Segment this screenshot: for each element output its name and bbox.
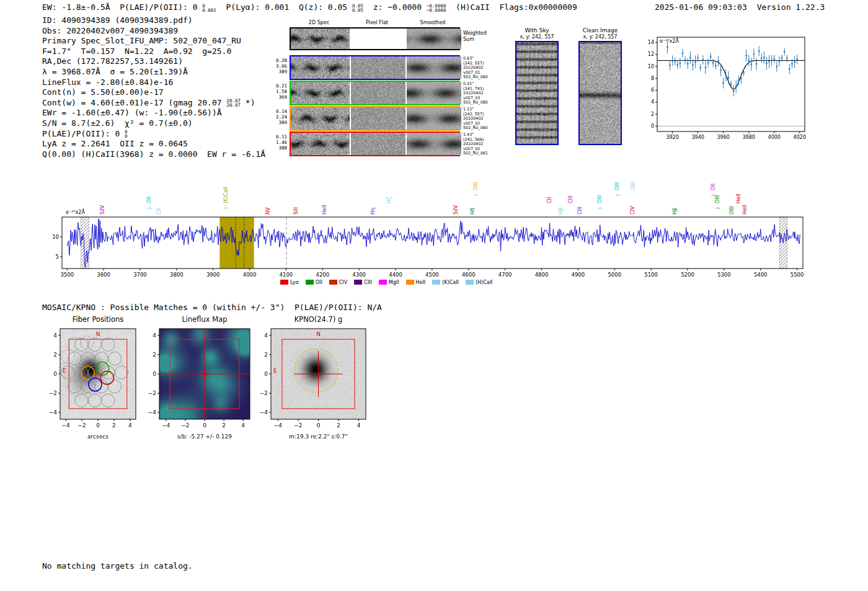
legend-label: OII — [316, 280, 322, 285]
line-label-brace: } — [615, 194, 620, 197]
x-tick-label: 3800 — [170, 272, 184, 278]
y-tick-label: 2 — [651, 112, 654, 117]
emission-line-label: OIII — [631, 182, 636, 190]
spec2d-right-label: 1.43"(242, 566)20220402v007_02502_RU_061 — [463, 133, 502, 156]
y-tick-label: −4 — [260, 409, 268, 415]
y-tick-label: 2 — [264, 352, 268, 358]
data-point — [774, 58, 775, 60]
text-segment: ID: 4090394389 (4090394389.pdf) — [42, 16, 193, 25]
legend-swatch — [432, 280, 440, 285]
line-label-brace: } — [598, 207, 603, 210]
legend-item-CIII: CIII — [354, 280, 372, 285]
data-point — [728, 77, 729, 78]
text-segment: Obs: 20220402v007_4090394389 — [42, 26, 178, 35]
spectrum-legend: LyαOIICIVCIIIMgIIHeII(K)CaII(H)CaII — [280, 275, 499, 287]
data-point — [768, 61, 769, 62]
data-point — [791, 63, 792, 64]
y-tick-label: 8 — [651, 76, 654, 81]
legend-item-(H)CaII: (H)CaII — [466, 280, 492, 285]
with-sky-title: With Sky — [515, 27, 559, 33]
clean-image-panel — [578, 41, 622, 145]
full-spectrum-plot: 3500360037003800390040004100420043004400… — [50, 161, 815, 287]
x-tick-label: 3960 — [717, 135, 730, 140]
legend-item-MgII: MgII — [379, 280, 399, 285]
spec2d-smooth-image — [407, 29, 461, 49]
data-point — [725, 74, 727, 76]
emission-line-label: OII — [146, 197, 152, 203]
data-point — [700, 67, 701, 68]
info-line: P(LAE)/P(OII): 0 00 — [42, 129, 265, 140]
emission-line-label: HeII — [322, 205, 327, 215]
x-tick-label: 4900 — [572, 272, 585, 278]
y-tick-label: 0 — [53, 371, 57, 377]
data-point — [745, 55, 746, 56]
info-line: Obs: 20220402v007_4090394389 — [42, 26, 265, 37]
x-tick-label: 0 — [317, 422, 321, 429]
right-label-line: 502_RU_060 — [463, 126, 502, 131]
spec2d-right-label: WeightedSum — [463, 30, 502, 42]
x-tick-label: 4 — [241, 422, 245, 429]
x-tick-label: 3940 — [691, 135, 704, 140]
x-tick-label: −4 — [162, 422, 170, 429]
info-line: RA,Dec (172.782257,53.149261) — [42, 56, 265, 67]
legend-label: CIII — [364, 280, 372, 285]
emission-line-label: Hβ — [672, 208, 678, 215]
report-version: Version 1.22.3 — [757, 2, 825, 12]
y-tick-label: 4 — [651, 99, 654, 105]
text-segment: Primary Spec_Slot_IFU_AMP: 502_070_047_R… — [42, 36, 241, 45]
emission-line-label: SiIV — [100, 205, 105, 215]
spec2d-smooth-image — [407, 82, 461, 104]
info-line: ID: 4090394389 (4090394389.pdf) — [42, 16, 265, 26]
x-tick-label: 5500 — [790, 272, 804, 278]
mosaic-section-header: MOSAIC/KPNO : Possible Matches = 0 (with… — [42, 303, 382, 312]
line-label-brace: } — [224, 207, 229, 210]
y-tick-label: −2 — [260, 390, 268, 396]
data-point — [694, 61, 696, 63]
text-segment: z: −0.0000 — [363, 2, 427, 12]
kpno-g-xlabel: m:19.3 re:2.2" s:0.7" — [271, 433, 366, 440]
y-tick-label: 10 — [52, 234, 59, 240]
left-label-line: 388 — [264, 145, 287, 151]
detection-info-block: ID: 4090394389 (4090394389.pdf)Obs: 2022… — [42, 16, 265, 159]
kpno-g-title: KPNO(24.7) g — [271, 315, 366, 324]
right-label-line: 502_RU_080 — [463, 100, 502, 105]
y-tick-label: 0 — [264, 371, 268, 377]
data-point — [781, 58, 782, 59]
spec2d-spec-image — [291, 82, 350, 104]
x-tick-label: 5000 — [608, 272, 621, 278]
x-tick-label: 2 — [222, 422, 226, 429]
text-segment: EWr = -1.60(±0.47) (w: -1.90(±0.56))Å — [42, 108, 222, 117]
info-line: EWr = -1.60(±0.47) (w: -1.90(±0.56))Å — [42, 108, 265, 118]
legend-label: HeII — [416, 280, 426, 285]
x-tick-label: 4020 — [794, 135, 806, 140]
spec2d-row — [290, 81, 460, 105]
spec2d-right-label: 0.91"(241, 741)20220402v007_03502_RU_080 — [463, 82, 502, 105]
info-line: LyA z = 2.2641 OII z = 0.0645 — [42, 139, 265, 149]
x-tick-label: 2 — [112, 422, 116, 429]
legend-swatch — [329, 280, 337, 285]
spec2d-flat-image — [351, 56, 405, 79]
emission-line-label: CIII — [577, 207, 583, 215]
x-tick-label: 4800 — [535, 272, 549, 278]
text-segment: Q(0.00) (H)CaII(3968) z = 0.0000 EW r = … — [42, 149, 265, 159]
data-point — [697, 57, 698, 58]
emission-line-label: NV — [265, 207, 271, 215]
y-tick-label: −4 — [148, 409, 157, 415]
x-tick-label: 3980 — [743, 135, 755, 140]
legend-label: MgII — [389, 280, 399, 285]
y-tick-label: 5 — [56, 254, 59, 260]
stacked-fraction: 0.050.05 — [352, 4, 363, 12]
emission-line-label: CII — [156, 208, 162, 215]
legend-item-(K)CaII: (K)CaII — [432, 280, 459, 285]
legend-swatch — [280, 280, 288, 285]
text-segment: EW: -1.8±-0.5Å P(LAE)/P(OII): 0 — [42, 2, 202, 12]
y-tick-label: 4 — [53, 332, 57, 339]
data-point — [789, 68, 790, 69]
header-summary-line: EW: -1.8±-0.5Å P(LAE)/P(OII): 0 00.001 P… — [42, 2, 577, 12]
spec2d-row — [290, 106, 460, 131]
legend-item-OII: OII — [306, 280, 322, 285]
data-point — [702, 59, 704, 60]
with-sky-coords: x, y: 242, 557 — [508, 34, 565, 40]
left-label-line: 3.06 — [264, 63, 287, 69]
x-tick-label: 4 — [357, 422, 361, 429]
